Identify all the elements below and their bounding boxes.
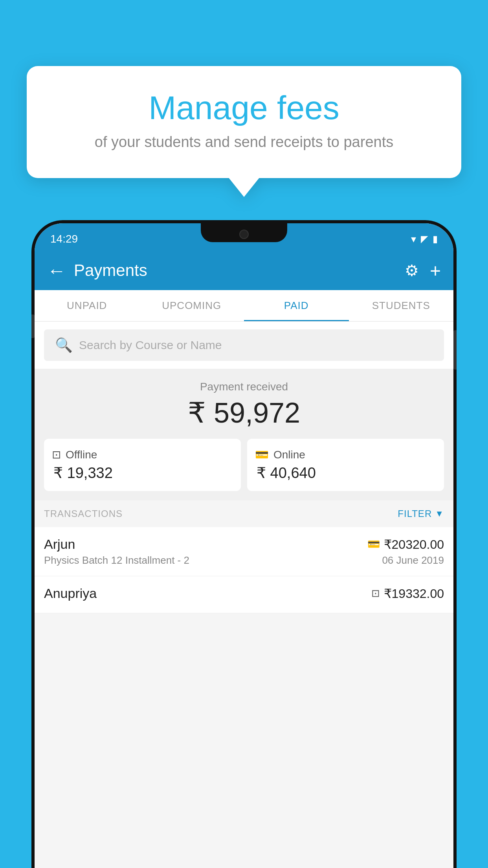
transaction-top: Anupriya ⊡ ₹19332.00: [44, 586, 444, 601]
status-time: 14:29: [50, 233, 78, 245]
filter-label-text: FILTER: [398, 508, 432, 519]
transaction-top: Arjun 💳 ₹20320.00: [44, 537, 444, 552]
table-row[interactable]: Arjun 💳 ₹20320.00 Physics Batch 12 Insta…: [35, 527, 453, 576]
transaction-name: Arjun: [44, 537, 75, 552]
transaction-date: 06 June 2019: [382, 554, 444, 566]
app-header: ← Payments ⚙ +: [35, 251, 453, 290]
transaction-amount: ₹19332.00: [384, 586, 444, 601]
back-button[interactable]: ←: [47, 260, 66, 281]
phone-camera: [239, 230, 249, 239]
tabs-bar: UNPAID UPCOMING PAID STUDENTS: [35, 290, 453, 322]
search-container: 🔍 Search by Course or Name: [35, 322, 453, 369]
header-right: ⚙ +: [405, 260, 441, 281]
filter-button[interactable]: FILTER ▼: [398, 508, 444, 519]
transaction-description: Physics Batch 12 Installment - 2: [44, 554, 189, 566]
volume-button: [31, 314, 35, 338]
transaction-bottom: Physics Batch 12 Installment - 2 06 June…: [44, 554, 444, 566]
search-input[interactable]: Search by Course or Name: [79, 338, 222, 352]
payment-received-label: Payment received: [44, 381, 444, 393]
tab-upcoming[interactable]: UPCOMING: [139, 290, 244, 321]
plus-icon[interactable]: +: [430, 260, 441, 281]
signal-icon: ◤: [421, 234, 428, 245]
online-card-header: 💳 Online: [255, 448, 436, 461]
payment-total-amount: ₹ 59,972: [44, 396, 444, 429]
transactions-label: TRANSACTIONS: [44, 508, 123, 519]
offline-icon: ⊡: [52, 448, 61, 461]
offline-label: Offline: [66, 449, 97, 461]
tab-unpaid[interactable]: UNPAID: [35, 290, 139, 321]
transaction-cash-icon: ⊡: [371, 587, 380, 600]
transaction-amount-wrapper: 💳 ₹20320.00: [367, 537, 444, 552]
phone-frame: 14:29 ▾ ◤ ▮ ← Payments ⚙ +: [31, 220, 457, 868]
bubble-title: Manage fees: [50, 90, 438, 126]
battery-icon: ▮: [433, 234, 438, 245]
wifi-icon: ▾: [411, 233, 416, 245]
table-row[interactable]: Anupriya ⊡ ₹19332.00: [35, 576, 453, 613]
payment-cards: ⊡ Offline ₹ 19,332 💳 Online ₹ 40,640: [44, 439, 444, 491]
transactions-header: TRANSACTIONS FILTER ▼: [35, 500, 453, 527]
tab-students[interactable]: STUDENTS: [349, 290, 454, 321]
gear-icon[interactable]: ⚙: [405, 261, 419, 280]
phone-notch: [201, 223, 287, 242]
header-left: ← Payments: [47, 260, 147, 281]
transaction-amount-wrapper: ⊡ ₹19332.00: [371, 586, 444, 601]
transaction-amount: ₹20320.00: [384, 537, 444, 552]
transaction-name: Anupriya: [44, 586, 97, 601]
payment-summary: Payment received ₹ 59,972 ⊡ Offline ₹ 19…: [35, 369, 453, 500]
online-payment-card: 💳 Online ₹ 40,640: [247, 439, 444, 491]
online-label: Online: [273, 449, 305, 461]
speech-bubble: Manage fees of your students and send re…: [27, 66, 461, 178]
offline-payment-card: ⊡ Offline ₹ 19,332: [44, 439, 241, 491]
online-icon: 💳: [255, 448, 269, 461]
phone-screen: 14:29 ▾ ◤ ▮ ← Payments ⚙ +: [35, 223, 453, 868]
bubble-subtitle: of your students and send receipts to pa…: [50, 134, 438, 151]
transaction-card-icon: 💳: [367, 538, 380, 550]
search-icon: 🔍: [55, 337, 73, 353]
tab-paid[interactable]: PAID: [244, 290, 349, 321]
online-amount: ₹ 40,640: [257, 464, 436, 482]
offline-amount: ₹ 19,332: [53, 464, 233, 482]
offline-card-header: ⊡ Offline: [52, 448, 233, 461]
filter-icon: ▼: [435, 509, 444, 519]
header-title: Payments: [74, 261, 147, 280]
power-button: [453, 330, 457, 370]
search-bar[interactable]: 🔍 Search by Course or Name: [44, 329, 444, 361]
status-icons: ▾ ◤ ▮: [411, 233, 438, 245]
